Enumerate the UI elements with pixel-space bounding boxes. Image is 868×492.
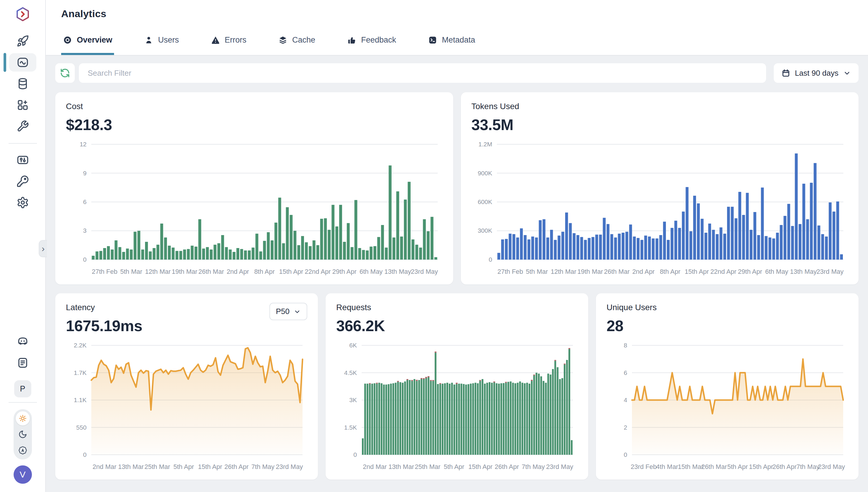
tab-metadata[interactable]: Metadata: [426, 27, 477, 55]
svg-text:12th Mar: 12th Mar: [145, 268, 171, 275]
chart-canvas: 0300K600K900K1.2M27th Feb5th Mar12th Mar…: [472, 140, 848, 278]
rocket-icon: [17, 35, 29, 47]
latency-value: 1675.19ms: [66, 317, 142, 335]
svg-text:15th Apr: 15th Apr: [468, 463, 493, 470]
svg-text:4.5K: 4.5K: [344, 369, 357, 376]
refresh-button[interactable]: [55, 63, 75, 83]
tab-users[interactable]: Users: [142, 27, 181, 55]
sidebar-nav: [8, 32, 37, 215]
sidebar-expand-handle[interactable]: ›: [39, 240, 47, 257]
sidebar-item-analytics[interactable]: [9, 53, 36, 72]
svg-text:15th Apr: 15th Apr: [749, 463, 773, 470]
svg-text:13th Mar: 13th Mar: [118, 463, 144, 470]
chevron-down-icon: [843, 69, 851, 77]
feedback-icon: [347, 35, 356, 45]
svg-text:19th Mar: 19th Mar: [172, 268, 198, 275]
refresh-icon: [60, 68, 70, 78]
svg-text:1.2M: 1.2M: [478, 141, 492, 148]
svg-text:7th May: 7th May: [796, 463, 819, 470]
svg-text:15th Mar: 15th Mar: [678, 463, 704, 470]
svg-text:2nd Mar: 2nd Mar: [93, 463, 116, 470]
tab-bar: Overview Users Errors Cache: [46, 27, 868, 55]
sidebar-item-docs[interactable]: [9, 353, 36, 372]
metadata-icon: [428, 35, 437, 45]
svg-text:1.5K: 1.5K: [344, 424, 357, 431]
sun-icon: [18, 414, 27, 423]
sidebar-divider: [8, 143, 37, 144]
theme-dark-button[interactable]: [16, 427, 30, 441]
svg-text:13th May: 13th May: [790, 268, 816, 275]
svg-text:4th Mar: 4th Mar: [656, 463, 678, 470]
tokens-card: Tokens Used 33.5M 0300K600K900K1.2M27th …: [461, 92, 859, 285]
tab-feedback[interactable]: Feedback: [345, 27, 398, 55]
sidebar-item-settings[interactable]: [9, 193, 36, 212]
app-logo[interactable]: [15, 6, 30, 22]
tab-errors[interactable]: Errors: [209, 27, 248, 55]
svg-text:0: 0: [489, 256, 492, 263]
svg-text:0: 0: [83, 451, 86, 458]
svg-text:26th Mar: 26th Mar: [198, 268, 224, 275]
content-area: Last 90 days Cost $218.3 03691227th Feb5…: [46, 55, 868, 492]
chart-canvas: 05501.1K1.7K2.2K2nd Mar13th Mar25th Mar5…: [66, 341, 307, 474]
sidebar-item-discord[interactable]: [9, 333, 36, 351]
svg-text:5th Mar: 5th Mar: [120, 268, 142, 275]
discord-icon: [17, 335, 29, 348]
filter-row: Last 90 days: [55, 63, 859, 83]
sidebar-item-launch[interactable]: [9, 32, 36, 50]
page-header: Analytics: [46, 0, 868, 27]
svg-text:27th Feb: 27th Feb: [92, 268, 117, 275]
sliders-icon: [17, 154, 29, 166]
search-input[interactable]: [79, 63, 766, 83]
svg-text:26th Mar: 26th Mar: [701, 463, 727, 470]
key-icon: [17, 175, 29, 188]
sidebar-item-components[interactable]: [9, 96, 36, 114]
svg-text:7th May: 7th May: [252, 463, 274, 470]
chevron-down-icon: [294, 308, 301, 315]
svg-text:26th Apr: 26th Apr: [495, 463, 519, 470]
date-range-label: Last 90 days: [795, 69, 838, 78]
tab-label: Users: [158, 35, 179, 45]
svg-text:23rd Feb: 23rd Feb: [631, 463, 657, 470]
svg-text:1.7K: 1.7K: [74, 369, 86, 376]
requests-card: Requests 366.2K 01.5K3K4.5K6K2nd Mar13th…: [325, 293, 588, 479]
svg-text:29th Apr: 29th Apr: [332, 268, 357, 275]
cache-icon: [278, 35, 287, 45]
database-icon: [17, 77, 29, 90]
svg-text:2nd Apr: 2nd Apr: [227, 268, 249, 275]
date-range-button[interactable]: Last 90 days: [774, 63, 859, 83]
theme-auto-button[interactable]: [16, 443, 30, 458]
calendar-icon: [782, 69, 790, 77]
latency-card: Latency 1675.19ms P50 05501.1K1.7K2.2K2n…: [55, 293, 318, 479]
percentile-select[interactable]: P50: [269, 303, 307, 320]
theme-light-button[interactable]: [16, 411, 30, 425]
user-avatar[interactable]: V: [14, 465, 32, 484]
tab-cache[interactable]: Cache: [277, 27, 317, 55]
sidebar-item-environment[interactable]: [9, 151, 36, 169]
tab-label: Cache: [292, 35, 315, 45]
svg-text:6: 6: [624, 369, 627, 376]
sidebar-item-tools[interactable]: [9, 117, 36, 136]
svg-text:27th Feb: 27th Feb: [497, 268, 523, 275]
svg-text:600K: 600K: [477, 198, 492, 205]
card-title: Cost: [66, 102, 443, 111]
sidebar-item-api-keys[interactable]: [9, 172, 36, 191]
svg-text:900K: 900K: [477, 170, 492, 176]
tab-overview[interactable]: Overview: [61, 27, 114, 55]
project-avatar[interactable]: P: [14, 380, 31, 397]
tokens-chart: 0300K600K900K1.2M27th Feb5th Mar12th Mar…: [472, 140, 848, 278]
svg-text:25th Mar: 25th Mar: [144, 463, 170, 470]
svg-text:300K: 300K: [477, 227, 492, 234]
cost-chart: 03691227th Feb5th Mar12th Mar19th Mar26t…: [66, 140, 443, 278]
svg-text:26th Apr: 26th Apr: [225, 463, 249, 470]
svg-text:8th Apr: 8th Apr: [254, 268, 275, 275]
svg-text:0: 0: [624, 451, 627, 458]
sidebar-item-data[interactable]: [9, 74, 36, 93]
gear-icon: [17, 196, 29, 209]
svg-text:6: 6: [83, 198, 86, 205]
requests-chart: 01.5K3K4.5K6K2nd Mar13th Mar25th Mar5th …: [336, 341, 578, 474]
svg-text:0: 0: [83, 256, 86, 263]
tab-label: Errors: [225, 35, 247, 45]
svg-text:23rd May: 23rd May: [275, 463, 303, 470]
blocks-plus-icon: [17, 99, 29, 111]
chevron-right-icon: ›: [42, 244, 45, 254]
